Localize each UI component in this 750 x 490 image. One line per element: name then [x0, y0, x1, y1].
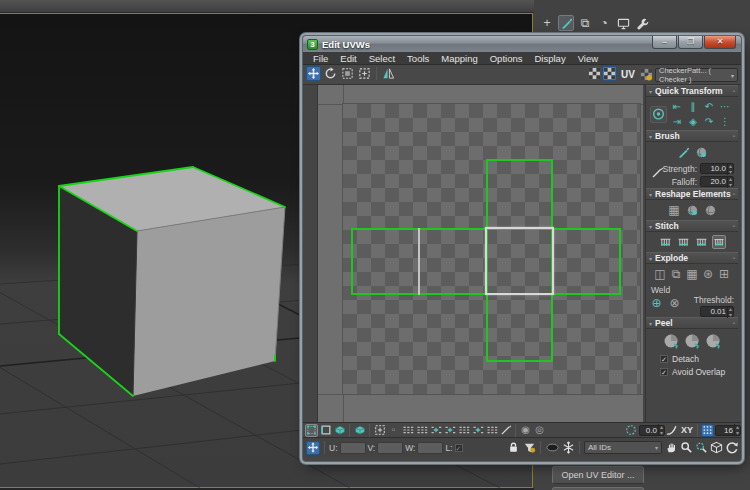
soft-selection-spinner[interactable]: 0.0▴▾ [639, 425, 665, 436]
element-mode-icon[interactable] [353, 424, 366, 437]
section-header-peel[interactable]: ▾ Peel ▪ [646, 317, 738, 329]
face-mode-icon[interactable] [333, 424, 346, 437]
straighten-sphere-icon[interactable] [703, 203, 717, 217]
scale-tool-icon[interactable] [340, 66, 355, 81]
section-header-explode[interactable]: ▾ Explode ▪ [646, 252, 738, 264]
absolute-offset-toggle-icon[interactable] [306, 441, 320, 455]
select-ring-icon[interactable] [443, 424, 456, 437]
grow-selection-icon[interactable] [401, 424, 414, 437]
u-input[interactable] [340, 442, 366, 454]
show-map-toggle-icon[interactable] [587, 66, 602, 81]
paint-select-icon[interactable] [499, 424, 512, 437]
space-vertical-icon[interactable]: ⋮ [718, 115, 732, 128]
relax-brush-icon[interactable] [694, 145, 708, 159]
freeform-tool-icon[interactable] [357, 66, 372, 81]
stitch-source-icon[interactable] [676, 235, 690, 249]
shrink-selection-icon[interactable] [415, 424, 428, 437]
section-header-stitch[interactable]: ▾ Stitch ▪ [646, 220, 738, 232]
texture-dropdown[interactable]: CheckerPatt... ( Checker ) ▾ [655, 68, 738, 82]
minimize-button[interactable]: – [652, 36, 677, 49]
pattern-options-icon[interactable] [639, 67, 654, 82]
paint-move-brush-icon[interactable] [676, 145, 690, 159]
section-header-reshape[interactable]: ▾ Reshape Elements ▪ [646, 188, 738, 200]
lock-selection-icon[interactable] [506, 441, 520, 455]
section-header-quick-transform[interactable]: ▾ Quick Transform ▪ [646, 85, 738, 97]
move-tool-icon[interactable] [306, 66, 321, 81]
zoom-extents-icon[interactable] [709, 441, 723, 455]
display-tab-icon[interactable] [615, 15, 631, 31]
edge-mode-icon[interactable] [319, 424, 332, 437]
flatten-smoothing-icon[interactable]: ▦ [685, 267, 699, 281]
filter-selected-faces-icon[interactable] [522, 441, 536, 455]
select-by-element-icon[interactable] [373, 424, 386, 437]
modify-tab-icon[interactable] [558, 15, 574, 31]
falloff-spinner[interactable]: 20.0▴▾ [700, 176, 734, 187]
motion-tab-icon[interactable]: ◔ [596, 15, 612, 31]
quick-peel-icon[interactable] [663, 332, 680, 349]
mirror-tool-icon[interactable] [381, 66, 396, 81]
target-weld-icon[interactable]: ⊗ [667, 295, 682, 310]
menu-select[interactable]: Select [363, 53, 401, 64]
window-titlebar[interactable]: 3 Edit UVWs –❐✕ [303, 36, 741, 52]
edge-distance-icon[interactable] [701, 424, 714, 437]
zoom-region-icon[interactable] [694, 441, 708, 455]
detach-icon[interactable]: ⧉ [669, 267, 683, 281]
vertex-mode-icon[interactable] [305, 424, 318, 437]
arc-rotate-icon[interactable] [724, 441, 738, 455]
align-right-icon[interactable]: ⇥ [670, 115, 684, 128]
flatten-material-icon[interactable]: ⊛ [701, 267, 715, 281]
menu-file[interactable]: File [307, 53, 334, 64]
detach-checkbox-row[interactable]: ✓ Detach [646, 352, 738, 365]
close-button[interactable]: ✕ [704, 36, 736, 49]
menu-tools[interactable]: Tools [401, 53, 435, 64]
menu-edit[interactable]: Edit [334, 53, 362, 64]
sync-selection-icon[interactable]: ▫ [387, 424, 400, 437]
rotate-cw-icon[interactable]: ↷ [702, 115, 716, 128]
relax-sphere-icon[interactable] [685, 203, 699, 217]
convert-vertex-icon[interactable] [457, 424, 470, 437]
falloff-curve-icon[interactable] [666, 424, 679, 437]
snowflake-icon[interactable] [561, 441, 575, 455]
menu-options[interactable]: Options [484, 53, 529, 64]
peel-mode-icon[interactable] [684, 332, 701, 349]
stitch-target-icon[interactable] [712, 235, 726, 249]
brush-stroke-icon[interactable] [650, 165, 665, 180]
threshold-spinner[interactable]: 0.01▴▾ [700, 306, 734, 317]
avoid-overlap-checkbox-row[interactable]: ✓ Avoid Overlap [646, 365, 738, 378]
xy-space-toggle[interactable]: XY [680, 425, 694, 435]
pan-hand-icon[interactable] [664, 441, 678, 455]
select-loop-icon[interactable] [429, 424, 442, 437]
open-uv-editor-button[interactable]: Open UV Editor ... [552, 466, 644, 484]
align-left-icon[interactable]: ⇤ [670, 100, 684, 113]
edge-distance-spinner[interactable]: 16▴▾ [715, 425, 741, 436]
show-checker-tiles-icon[interactable] [602, 66, 617, 81]
utilities-tab-icon[interactable] [634, 15, 650, 31]
stitch-average-icon[interactable] [694, 235, 708, 249]
reset-peel-icon[interactable] [705, 332, 722, 349]
quick-transform-target-icon[interactable] [650, 106, 667, 123]
soft-selection-icon[interactable] [625, 424, 638, 437]
space-horizontal-icon[interactable]: ⋯ [718, 100, 732, 113]
menu-mapping[interactable]: Mapping [435, 53, 483, 64]
align-vertical-bars-icon[interactable]: ∥ [686, 100, 700, 113]
zoom-icon[interactable] [679, 441, 693, 455]
menu-display[interactable]: Display [528, 53, 571, 64]
stitch-custom-icon[interactable] [658, 235, 672, 249]
section-header-brush[interactable]: ▾ Brush ▪ [646, 130, 738, 142]
flatten-custom-icon[interactable]: ⊞ [717, 267, 731, 281]
lock-aspect-checkbox[interactable]: ✓ [455, 444, 463, 452]
convert-face-icon[interactable] [485, 424, 498, 437]
break-icon[interactable]: ◫ [653, 267, 667, 281]
strength-spinner[interactable]: 10.0▴▾ [700, 163, 734, 174]
maximize-button[interactable]: ❐ [678, 36, 703, 49]
rotate-tool-icon[interactable] [323, 66, 338, 81]
rotate-ccw-icon[interactable]: ↶ [702, 100, 716, 113]
align-center-icon[interactable]: ◈ [686, 115, 700, 128]
reshape-grid-icon[interactable]: ▦ [667, 203, 681, 217]
convert-edge-icon[interactable] [471, 424, 484, 437]
menu-view[interactable]: View [572, 53, 604, 64]
w-input[interactable] [417, 442, 443, 454]
uv-canvas[interactable] [317, 85, 643, 422]
weld-selected-icon[interactable]: ⊕ [649, 295, 664, 310]
seams-display-icon[interactable] [545, 441, 559, 455]
